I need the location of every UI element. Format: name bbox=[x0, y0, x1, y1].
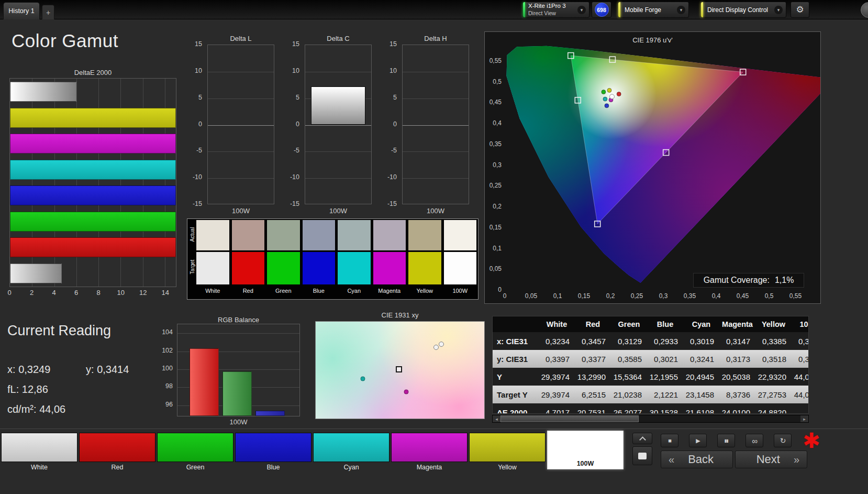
chevron-down-icon: ▾ bbox=[677, 6, 685, 14]
settings-button[interactable]: ⚙ bbox=[791, 2, 809, 18]
deltae2000-chart-title: DeltaE 2000 bbox=[9, 69, 176, 76]
patch-button-100w[interactable]: 100W bbox=[547, 431, 624, 469]
rgb-balance-chart: RGB Balance 1041021009896 100W bbox=[160, 313, 302, 426]
row-label: y: CIE31 bbox=[493, 355, 539, 364]
patch-button-white[interactable]: White bbox=[1, 433, 77, 462]
y-tick-label: 0 bbox=[182, 120, 202, 128]
play-button[interactable]: ▶ bbox=[689, 434, 707, 447]
grid-line bbox=[403, 98, 469, 99]
meter-mode: Direct View bbox=[528, 10, 574, 17]
swatch-label: Blue bbox=[303, 284, 336, 297]
patch-label: Cyan bbox=[314, 464, 389, 471]
table-cell: 24,8820 bbox=[755, 408, 792, 414]
reference-circle-marker bbox=[439, 342, 444, 347]
swatch-column-100w: 100W bbox=[444, 220, 477, 298]
x-tick-label: 8 bbox=[97, 289, 101, 297]
next-button[interactable]: Next » bbox=[735, 451, 807, 468]
deltae-bar-white bbox=[10, 264, 62, 283]
table-cell: 0,3241 bbox=[683, 355, 719, 364]
delta-l-chart: Delta L 151050-5-10-15 100W bbox=[184, 34, 274, 216]
swatch-column-green: Green bbox=[267, 220, 300, 298]
grid-line bbox=[208, 72, 274, 72]
swatch-column-red: Red bbox=[232, 220, 265, 298]
y-axis-labels: 1041021009896 bbox=[160, 324, 175, 416]
y-value: 0,3414 bbox=[97, 364, 129, 375]
tab-label: History 1 bbox=[8, 7, 34, 15]
scroll-right-button[interactable]: ▸ bbox=[800, 415, 808, 422]
table-cell: 8,3736 bbox=[719, 390, 755, 399]
actual-swatch bbox=[338, 220, 371, 250]
continuous-button[interactable]: ∞ bbox=[745, 434, 763, 447]
stop-button[interactable]: ■ bbox=[661, 434, 678, 447]
actual-target-swatch-strip: Actual Target WhiteRedGreenBlueCyanMagen… bbox=[187, 218, 478, 300]
patch-button-blue[interactable]: Blue bbox=[235, 433, 311, 462]
measurement-count-badge[interactable]: 698 bbox=[592, 2, 611, 18]
patch-label: Red bbox=[80, 464, 155, 471]
display-control-button[interactable]: Direct Display Control ▾ bbox=[700, 2, 786, 18]
back-button[interactable]: « Back bbox=[661, 451, 733, 468]
y-tick-label: 0,55 bbox=[485, 57, 502, 64]
table-horizontal-scrollbar[interactable]: ◂ ▸ bbox=[492, 415, 809, 423]
scroll-left-button[interactable]: ◂ bbox=[493, 415, 500, 422]
display-control-name: Direct Display Control bbox=[703, 6, 774, 14]
table-cell: 29,3974 bbox=[539, 372, 575, 381]
x-tick-label: 10 bbox=[117, 289, 124, 297]
swatch-label: White bbox=[196, 284, 229, 297]
table-cell: 24,0100 bbox=[719, 408, 755, 414]
window-layout-button[interactable] bbox=[632, 446, 652, 465]
table-header-cell: Red bbox=[575, 320, 611, 328]
abort-button[interactable]: ✱ bbox=[800, 429, 823, 453]
patch-button-red[interactable]: Red bbox=[79, 433, 155, 462]
deltae2000-x-axis: 02468101214 bbox=[9, 289, 176, 297]
pattern-source-button[interactable]: Mobile Forge ▾ bbox=[618, 2, 689, 18]
plus-icon: + bbox=[46, 8, 50, 17]
actual-swatch bbox=[408, 220, 441, 250]
patch-button-cyan[interactable]: Cyan bbox=[313, 433, 390, 462]
grid-line bbox=[177, 333, 299, 334]
table-cell: 44,0600 bbox=[792, 372, 809, 381]
collapse-panel-button[interactable] bbox=[632, 433, 652, 444]
patch-button-magenta[interactable]: Magenta bbox=[391, 433, 468, 462]
y-readout: y: 0,3414 bbox=[86, 364, 129, 376]
table-row: ΔE 20004,701720,753126,207730,152821,610… bbox=[493, 403, 809, 414]
grid-line bbox=[305, 125, 371, 126]
actual-swatch bbox=[267, 220, 300, 250]
chart-title: Delta L bbox=[207, 35, 274, 42]
patch-label: Green bbox=[158, 464, 233, 471]
scrollbar-track[interactable] bbox=[500, 415, 800, 422]
add-tab-button[interactable]: + bbox=[42, 5, 54, 19]
swatch-label: Magenta bbox=[373, 284, 406, 297]
meter-selector-button[interactable]: X-Rite i1Pro 3 Direct View ▾ bbox=[522, 2, 589, 18]
repeat-button[interactable]: ↻ bbox=[774, 434, 792, 447]
patch-label: White bbox=[2, 464, 77, 471]
y-label: y: bbox=[86, 364, 94, 375]
patch-label: Magenta bbox=[392, 464, 467, 471]
swatch-column-white: White bbox=[196, 220, 229, 298]
reference-circle-marker bbox=[433, 345, 439, 350]
actual-row-label: Actual bbox=[190, 216, 195, 253]
y-axis-labels: 151050-5-10-15 bbox=[379, 45, 399, 204]
pause-button[interactable]: ▮▮ bbox=[717, 434, 735, 447]
page-title: Color Gamut bbox=[12, 30, 118, 51]
grid-line bbox=[208, 178, 274, 179]
x-readout: x: 0,3249 bbox=[7, 364, 50, 375]
meter-label: X-Rite i1Pro 3 Direct View bbox=[525, 3, 577, 16]
x-tick-label: 4 bbox=[52, 289, 55, 297]
gamut-coverage-value: 1,1% bbox=[775, 276, 794, 285]
row-label: Y bbox=[493, 372, 539, 381]
table-cell: 4,7017 bbox=[539, 408, 575, 414]
patch-button-green[interactable]: Green bbox=[157, 433, 233, 462]
table-cell: 30,1528 bbox=[647, 408, 683, 414]
y-tick-label: 0,05 bbox=[485, 265, 502, 272]
deltae-bar-yellow bbox=[10, 108, 176, 128]
table-cell: 26,2077 bbox=[611, 408, 647, 414]
patch-button-yellow[interactable]: Yellow bbox=[469, 433, 546, 462]
cie-1931-title: CIE 1931 xy bbox=[315, 311, 485, 319]
table-cell: 0,3147 bbox=[719, 337, 755, 346]
tab-history-1[interactable]: History 1 bbox=[3, 2, 40, 19]
table-cell: 44,0600 bbox=[792, 390, 809, 399]
table-cell: 20,4945 bbox=[683, 372, 719, 381]
cd-m2-readout: cd/m²: 44,06 bbox=[7, 403, 65, 415]
scrollbar-thumb[interactable] bbox=[500, 415, 639, 422]
table-header-cell: Green bbox=[611, 320, 647, 328]
